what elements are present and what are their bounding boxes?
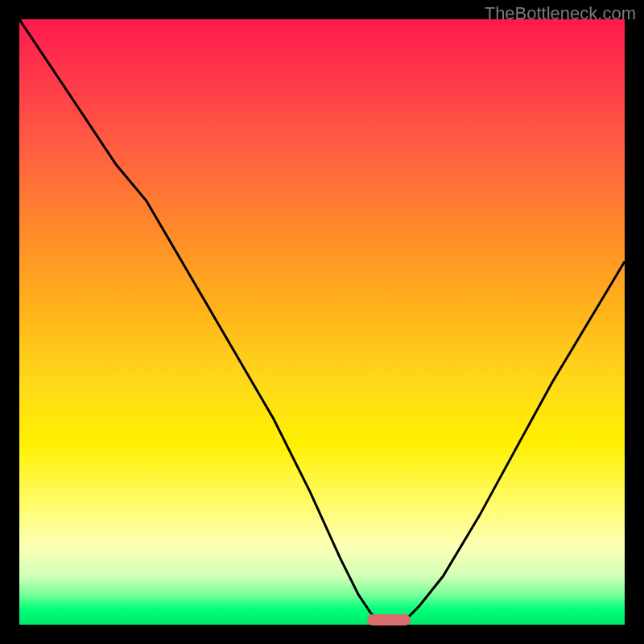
chart-plot-area [19,19,625,625]
bottleneck-curve [19,19,625,625]
watermark-text: TheBottleneck.com [485,3,636,24]
optimum-marker [367,614,411,625]
curve-path [19,19,625,625]
